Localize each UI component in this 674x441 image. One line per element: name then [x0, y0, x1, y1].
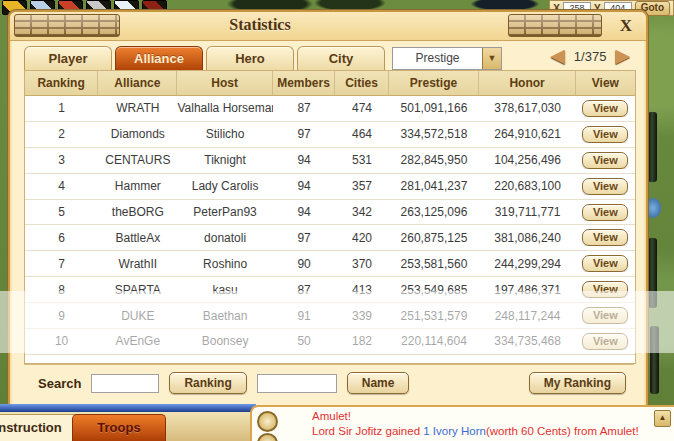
view-button[interactable]: View [582, 204, 628, 221]
cell-cities: 420 [335, 231, 388, 245]
cell-cities: 339 [335, 309, 388, 323]
cell-members: 94 [273, 153, 336, 167]
next-page-icon[interactable]: ▶ [615, 44, 630, 68]
cell-members: 97 [273, 231, 336, 245]
cell-alliance: WRATH [98, 101, 177, 115]
cell-alliance: BattleAx [98, 231, 177, 245]
cell-cities: 370 [335, 257, 388, 271]
table-row: 2 Diamonds Stilicho 97 464 334,572,518 2… [25, 122, 635, 148]
view-button[interactable]: View [582, 307, 628, 324]
cell-prestige: 263,125,096 [389, 205, 480, 219]
item-link: 1 Ivory Horn [423, 425, 486, 437]
cell-members: 87 [273, 283, 336, 297]
bottom-tabstrip: onstruction Troops [0, 412, 256, 441]
amulet-icon [257, 433, 278, 441]
name-search-button[interactable]: Name [347, 372, 410, 394]
cell-host: Lady Carolis [177, 179, 272, 193]
my-ranking-button[interactable]: My Ranking [529, 372, 626, 394]
view-button[interactable]: View [582, 281, 628, 298]
cell-members: 94 [273, 205, 336, 219]
cell-ranking: 5 [25, 205, 98, 219]
table-row: 10 AvEnGe Boonsey 50 182 220,114,604 334… [25, 329, 635, 355]
cell-cities: 357 [335, 179, 388, 193]
table-row: 9 DUKE Baethan 91 339 251,531,579 248,11… [25, 303, 635, 329]
view-button[interactable]: View [582, 255, 628, 272]
cell-honor: 378,617,030 [479, 101, 575, 115]
lamp-post [648, 238, 657, 308]
tab[interactable]: Player [24, 46, 112, 70]
table-body: 1 WRATH Valhalla Horseman 87 474 501,091… [25, 96, 635, 355]
search-label: Search [38, 376, 81, 391]
cell-members: 87 [273, 101, 336, 115]
tab-label: City [329, 51, 354, 66]
search-bar: Search Ranking Name My Ranking [24, 364, 634, 401]
table-row: 8 SPARTA kasu 87 413 253,549,685 197,486… [25, 277, 635, 303]
cell-host: donatoli [177, 231, 272, 245]
ranking-search-button[interactable]: Ranking [169, 372, 246, 394]
cell-honor: 334,735,468 [479, 334, 575, 348]
notification-title: Amulet! [312, 409, 639, 424]
column-header-prestige: Prestige [389, 71, 480, 95]
page-indicator: 1/375 [574, 49, 607, 64]
cell-ranking: 10 [25, 334, 98, 348]
cell-alliance: theBORG [98, 205, 177, 219]
prev-page-icon[interactable]: ◀ [550, 44, 565, 68]
table-row: 6 BattleAx donatoli 97 420 260,875,125 3… [25, 225, 635, 251]
cell-honor: 197,486,371 [479, 283, 575, 297]
view-button[interactable]: View [582, 178, 628, 195]
cell-prestige: 253,549,685 [389, 283, 480, 297]
table-row: 5 theBORG PeterPan93 94 342 263,125,096 … [25, 200, 635, 226]
cell-prestige: 282,845,950 [389, 153, 480, 167]
view-button[interactable]: View [582, 333, 628, 350]
notification-panel: Amulet! Lord Sir Jofitz gained 1 Ivory H… [250, 405, 674, 441]
stat-type-dropdown[interactable]: Prestige ▼ [392, 47, 502, 70]
view-button[interactable]: View [582, 100, 628, 117]
cell-prestige: 260,875,125 [389, 231, 480, 245]
amulet-icon [257, 411, 278, 432]
view-button[interactable]: View [582, 152, 628, 169]
cell-honor: 104,256,496 [479, 153, 575, 167]
column-header-honor: Honor [479, 71, 575, 95]
game-screen: X Y Goto Statistics X Player Alliance [0, 0, 674, 441]
cell-host: Tiknight [177, 153, 272, 167]
column-header-host: Host [177, 71, 272, 95]
tab[interactable]: Hero [206, 46, 294, 70]
close-icon[interactable]: X [614, 15, 638, 36]
page-title: Statistics [10, 16, 510, 34]
cell-members: 50 [273, 334, 336, 348]
table-row: 4 Hammer Lady Carolis 94 357 281,041,237… [25, 174, 635, 200]
cell-cities: 474 [335, 101, 388, 115]
tab-troops[interactable]: Troops [72, 414, 166, 441]
view-button[interactable]: View [582, 126, 628, 143]
tab-label: Player [48, 51, 87, 66]
cell-alliance: WrathII [98, 257, 177, 271]
name-search-input[interactable] [257, 374, 337, 393]
statistics-dialog: Statistics X Player Alliance Hero City [8, 10, 648, 411]
tab[interactable]: City [297, 46, 385, 70]
cell-honor: 244,299,294 [479, 257, 575, 271]
ranking-search-input[interactable] [91, 374, 159, 393]
column-header-alliance: Alliance [98, 71, 177, 95]
window-edge-bar [0, 404, 256, 412]
view-button[interactable]: View [582, 229, 628, 246]
cell-cities: 342 [335, 205, 388, 219]
cell-alliance: CENTAURS [98, 153, 177, 167]
column-header-cities: Cities [335, 71, 388, 95]
cell-alliance: Hammer [98, 179, 177, 193]
cell-cities: 182 [335, 334, 388, 348]
cell-ranking: 3 [25, 153, 98, 167]
cell-host: Valhalla Horseman [177, 101, 272, 115]
chevron-down-icon[interactable]: ▼ [482, 48, 501, 69]
cell-ranking: 4 [25, 179, 98, 193]
category-tabs: Player Alliance Hero City [24, 46, 385, 70]
scroll-up-icon[interactable]: ▲ [654, 410, 671, 427]
tab[interactable]: Alliance [115, 46, 203, 70]
cell-honor: 248,117,244 [479, 309, 575, 323]
cell-prestige: 220,114,604 [389, 334, 480, 348]
cell-cities: 413 [335, 283, 388, 297]
ranking-table: Ranking Alliance Host Members Cities Pre… [24, 70, 636, 364]
cell-host: Boonsey [177, 334, 272, 348]
cell-prestige: 253,581,560 [389, 257, 480, 271]
pagination: ◀ 1/375 ▶ [550, 44, 630, 68]
cell-prestige: 501,091,166 [389, 101, 480, 115]
